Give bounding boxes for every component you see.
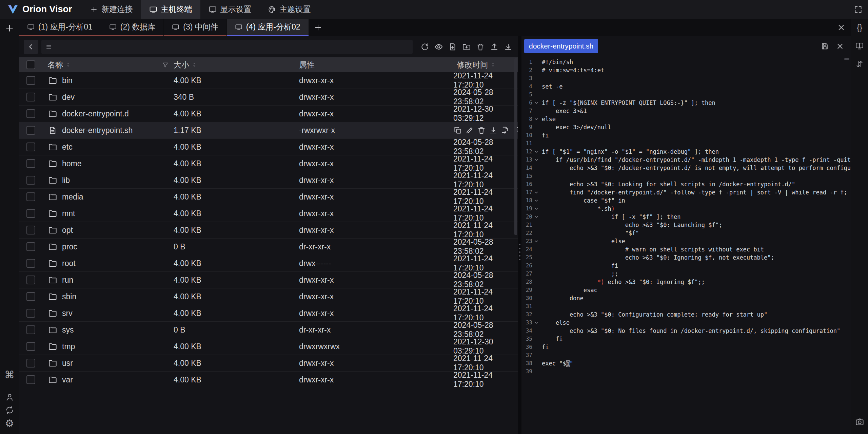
file-row-run[interactable]: run4.00 KBdrwxr-xr-x2024-05-28 23:58:02 xyxy=(19,272,518,288)
eye-button[interactable] xyxy=(432,40,445,54)
file-row-docker-entrypoint.d[interactable]: docker-entrypoint.d4.00 KBdrwxr-xr-x2021… xyxy=(19,106,518,122)
fold-chevron-icon[interactable] xyxy=(532,99,540,107)
row-checkbox[interactable] xyxy=(26,76,35,85)
sort-size-icon[interactable] xyxy=(192,62,197,68)
filter-icon[interactable] xyxy=(162,61,169,69)
file-row-proc[interactable]: proc0 Bdr-xr-xr-x2024-05-28 23:58:02 xyxy=(19,239,518,255)
file-row-sbin[interactable]: sbin4.00 KBdrwxr-xr-x2021-11-24 17:20:10 xyxy=(19,288,518,305)
code-editor[interactable]: 1#!/bin/sh2# vim:sw=4:ts=4:et34set -e56i… xyxy=(524,56,851,434)
row-checkbox[interactable] xyxy=(26,276,35,284)
menu-item-theme-settings[interactable]: 主题设置 xyxy=(260,0,319,19)
row-checkbox[interactable] xyxy=(26,192,35,201)
swap-vertical-icon[interactable] xyxy=(855,60,864,69)
file-row-bin[interactable]: bin4.00 KBdrwxr-xr-x2021-11-24 17:20:10 xyxy=(19,72,518,89)
close-icon[interactable] xyxy=(836,42,844,51)
fold-chevron-icon[interactable] xyxy=(532,148,540,156)
select-all-checkbox[interactable] xyxy=(26,60,35,69)
path-input[interactable] xyxy=(56,42,409,52)
download-button[interactable] xyxy=(501,40,515,54)
fold-chevron-icon[interactable] xyxy=(532,205,540,213)
row-checkbox[interactable] xyxy=(26,375,35,384)
line-number: 10 xyxy=(524,131,532,139)
file-row-tmp[interactable]: tmp4.00 KBdrwxrwxrwx2021-12-30 03:29:10 xyxy=(19,338,518,355)
fullscreen-icon[interactable] xyxy=(854,5,863,14)
file-row-home[interactable]: home4.00 KBdrwxr-xr-x2021-11-24 17:20:10 xyxy=(19,155,518,172)
upload-button[interactable] xyxy=(488,40,501,54)
trash-button[interactable] xyxy=(474,40,487,54)
file-row-mnt[interactable]: mnt4.00 KBdrwxr-xr-x2021-11-24 17:20:10 xyxy=(19,205,518,222)
delete-icon[interactable] xyxy=(477,126,486,135)
fold-chevron-icon[interactable] xyxy=(532,237,540,245)
row-checkbox[interactable] xyxy=(26,242,35,251)
file-row-etc[interactable]: etc4.00 KBdrwxr-xr-x2024-05-28 23:58:02 xyxy=(19,139,518,155)
file-row-opt[interactable]: opt4.00 KBdrwxr-xr-x2021-11-24 17:20:10 xyxy=(19,222,518,239)
fold-chevron-icon[interactable] xyxy=(532,156,540,164)
panel-layout-icon[interactable] xyxy=(855,41,864,50)
add-tab-button[interactable] xyxy=(309,19,327,36)
terminal-tab-4[interactable]: (4) 应用-分析02 xyxy=(227,19,309,36)
row-checkbox[interactable] xyxy=(26,176,35,185)
row-checkbox[interactable] xyxy=(26,109,35,118)
terminal-tab-2[interactable]: (2) 数据库 xyxy=(101,19,164,36)
file-row-docker-entrypoint.sh[interactable]: docker-entrypoint.sh1.17 KB-rwxrwxr-x xyxy=(19,122,518,139)
file-row-dev[interactable]: dev340 Bdrwxr-xr-x2024-05-28 23:58:02 xyxy=(19,89,518,106)
row-checkbox[interactable] xyxy=(26,359,35,367)
editor-scrollbar[interactable] xyxy=(844,58,849,60)
fold-chevron-icon[interactable] xyxy=(532,196,540,205)
copy-icon[interactable] xyxy=(453,126,462,135)
menu-item-new-connection[interactable]: 新建连接 xyxy=(82,0,141,19)
row-checkbox[interactable] xyxy=(26,126,35,135)
settings-gear-icon[interactable]: ⚙ xyxy=(5,418,14,429)
fold-chevron-icon[interactable] xyxy=(532,319,540,327)
file-attr: drwxr-xr-x xyxy=(299,209,453,218)
row-checkbox[interactable] xyxy=(26,259,35,268)
file-row-root[interactable]: root4.00 KBdrwx------2021-11-24 17:20:10 xyxy=(19,255,518,272)
move-icon[interactable] xyxy=(501,126,510,135)
menu-item-display-settings[interactable]: 显示设置 xyxy=(200,0,260,19)
close-icon[interactable] xyxy=(837,23,846,32)
line-number: 3 xyxy=(524,74,532,82)
refresh-button[interactable] xyxy=(418,40,431,54)
new-connection-plus-icon[interactable] xyxy=(4,23,15,33)
back-button[interactable] xyxy=(24,40,38,54)
row-checkbox[interactable] xyxy=(26,159,35,168)
terminal-tab-3[interactable]: (3) 中间件 xyxy=(164,19,226,36)
terminal-tab-1[interactable]: (1) 应用-分析01 xyxy=(19,19,101,36)
file-row-srv[interactable]: srv4.00 KBdrwxr-xr-x2021-11-24 17:20:10 xyxy=(19,305,518,322)
save-icon[interactable] xyxy=(821,42,829,51)
file-row-usr[interactable]: usr4.00 KBdrwxr-xr-x2021-11-24 17:20:10 xyxy=(19,355,518,372)
command-palette-icon[interactable]: ⌘ xyxy=(4,370,15,380)
row-checkbox[interactable] xyxy=(26,226,35,234)
file-row-var[interactable]: var4.00 KBdrwxr-xr-x2021-11-24 17:20:10 xyxy=(19,372,518,388)
file-plus-icon xyxy=(448,42,457,51)
row-checkbox[interactable] xyxy=(26,209,35,218)
file-list-scrollbar[interactable] xyxy=(514,58,517,235)
file-row-lib[interactable]: lib4.00 KBdrwxr-xr-x2021-11-24 17:20:10 xyxy=(19,172,518,189)
row-checkbox[interactable] xyxy=(26,309,35,318)
file-row-sys[interactable]: sys0 Bdr-xr-xr-x2024-05-28 23:58:02 xyxy=(19,322,518,338)
file-plus-button[interactable] xyxy=(446,40,459,54)
user-profile-icon[interactable] xyxy=(5,393,14,402)
row-checkbox[interactable] xyxy=(26,93,35,101)
sort-name-icon[interactable] xyxy=(65,62,71,68)
file-row-media[interactable]: media4.00 KBdrwxr-xr-x2021-11-24 17:20:1… xyxy=(19,189,518,205)
fold-chevron-icon[interactable] xyxy=(532,115,540,123)
screenshot-camera-icon[interactable] xyxy=(855,417,864,427)
sync-icon[interactable] xyxy=(5,405,14,415)
panel-splitter[interactable] xyxy=(518,36,521,434)
edit-icon[interactable] xyxy=(465,126,474,135)
row-checkbox[interactable] xyxy=(26,325,35,334)
close-icon xyxy=(837,23,846,32)
sort-mtime-icon[interactable] xyxy=(490,62,496,68)
menu-item-host-terminal[interactable]: 主机终端 xyxy=(141,0,200,19)
folder-plus-button[interactable] xyxy=(460,40,473,54)
braces-icon[interactable]: {} xyxy=(857,23,863,32)
editor-file-tab[interactable]: docker-entrypoint.sh xyxy=(524,39,598,53)
row-checkbox[interactable] xyxy=(26,143,35,151)
file-size: 4.00 KB xyxy=(174,309,299,318)
row-checkbox[interactable] xyxy=(26,292,35,301)
row-checkbox[interactable] xyxy=(26,342,35,351)
fold-chevron-icon[interactable] xyxy=(532,188,540,196)
fold-chevron-icon[interactable] xyxy=(532,213,540,221)
download-icon[interactable] xyxy=(489,126,498,135)
